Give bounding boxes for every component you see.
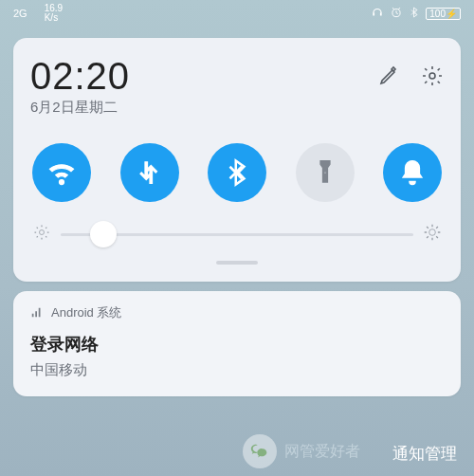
net-speed: 16.9 K/s [45, 4, 63, 23]
mobile-data-toggle[interactable] [120, 143, 179, 202]
watermark-text: 网管爱好者 [284, 442, 360, 462]
panel-drag-handle[interactable] [216, 261, 258, 265]
svg-point-3 [429, 229, 436, 236]
manage-notifications-link[interactable]: 通知管理 [392, 443, 457, 465]
bluetooth-toggle[interactable] [208, 143, 266, 202]
flashlight-toggle[interactable] [296, 143, 355, 202]
bluetooth-status-icon [409, 7, 420, 20]
app-signal-icon [30, 305, 44, 321]
wifi-toggle[interactable] [32, 143, 91, 202]
brightness-high-icon [423, 223, 442, 246]
headphones-icon [371, 6, 384, 21]
notification-card[interactable]: Android 系统 登录网络 中国移动 [13, 291, 461, 396]
quick-settings-panel: 02:20 6月2日星期二 [13, 38, 461, 282]
notification-body: 中国移动 [30, 361, 444, 379]
notification-title: 登录网络 [30, 333, 444, 356]
brightness-slider-row [30, 223, 444, 247]
status-bar: 2G 16.9 K/s 100⚡ [0, 0, 474, 27]
svg-point-2 [40, 230, 45, 235]
edit-icon[interactable] [377, 64, 400, 91]
brightness-slider[interactable] [61, 233, 413, 236]
notification-app-row: Android 系统 [30, 304, 444, 321]
watermark: 网管爱好者 [243, 434, 360, 468]
notification-app-name: Android 系统 [51, 304, 121, 321]
svg-point-1 [429, 73, 435, 79]
gear-icon[interactable] [421, 64, 444, 91]
quick-toggles-row [32, 143, 442, 202]
bell-toggle[interactable] [383, 143, 442, 202]
network-type-badge: 2G [13, 8, 27, 19]
wechat-icon [243, 434, 277, 468]
clock-time: 02:20 [30, 57, 377, 95]
alarm-icon [390, 6, 403, 21]
battery-indicator: 100⚡ [426, 8, 461, 20]
brightness-thumb[interactable] [90, 221, 117, 247]
clock-date: 6月2日星期二 [30, 99, 377, 117]
brightness-low-icon [32, 223, 51, 246]
